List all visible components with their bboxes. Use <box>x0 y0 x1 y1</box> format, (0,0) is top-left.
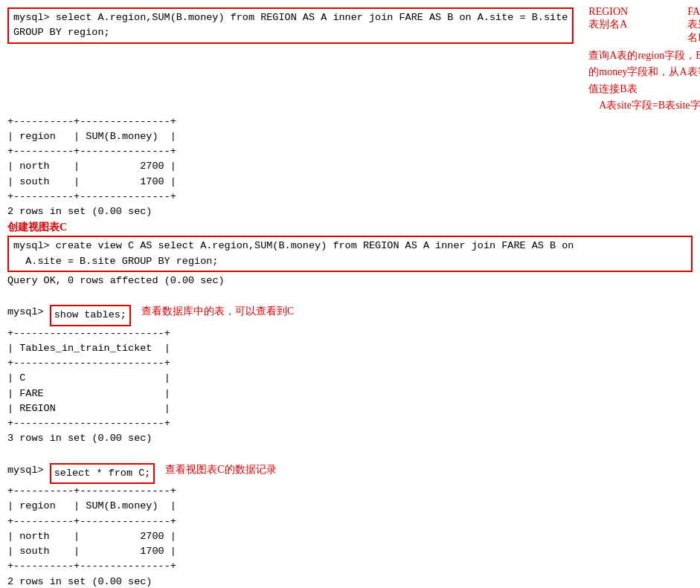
create-view-label-text: 创建视图表C <box>7 222 67 233</box>
query1-cmd-line2: GROUP BY region; <box>13 25 568 40</box>
prompt3: mysql> <box>7 305 50 320</box>
select-c-cmd-box: select * from C; <box>50 463 155 484</box>
query1-box: mysql> select A.region,SUM(B.money) from… <box>7 7 574 44</box>
select-c-cmd: select * from C; <box>54 468 151 479</box>
blank2 <box>7 448 693 463</box>
show-tables-cmd-box: show tables; <box>50 305 131 326</box>
query1-table: +----------+---------------+ | region | … <box>7 114 693 205</box>
show-tables-table: +-------------------------+ | Tables_in_… <box>7 326 693 432</box>
query1-cmd-line1: select A.region,SUM(B.money) from REGION… <box>56 12 568 23</box>
section-show-tables: mysql> show tables; 查看数据库中的表，可以查看到C +---… <box>7 305 693 446</box>
annot-fare-alias: FARE表别名B <box>687 6 700 45</box>
annot-query1-desc: 查询A表的region字段，B表的money字段和，从A表等值连接B表 A表si… <box>588 48 700 114</box>
create-view-result: Query OK, 0 rows affected (0.00 sec) <box>7 274 693 288</box>
select-c-table: +----------+---------------+ | region | … <box>7 484 693 575</box>
prompt2: mysql> <box>13 240 56 251</box>
create-view-label: 创建视图表C <box>7 221 693 234</box>
blank1 <box>7 290 693 305</box>
select-c-annotation: 查看视图表C的数据记录 <box>165 463 276 476</box>
query1-result: 2 rows in set (0.00 sec) <box>7 204 693 219</box>
create-view-box: mysql> create view C AS select A.region,… <box>7 236 693 272</box>
show-tables-annotation: 查看数据库中的表，可以查看到C <box>141 305 294 318</box>
section-select-c: mysql> select * from C; 查看视图表C的数据记录 +---… <box>7 463 693 588</box>
section-query1: mysql> select A.region,SUM(B.money) from… <box>7 6 693 219</box>
create-view-cmd2: A.site = B.site GROUP BY region; <box>13 254 687 269</box>
show-tables-cmd: show tables; <box>54 309 126 320</box>
show-tables-row: mysql> show tables; 查看数据库中的表，可以查看到C <box>7 305 693 326</box>
create-view-cmd1: create view C AS select A.region,SUM(B.m… <box>56 240 574 251</box>
terminal-window: mysql> select A.region,SUM(B.money) from… <box>0 0 700 588</box>
prompt1: mysql> <box>13 12 56 23</box>
show-tables-result: 3 rows in set (0.00 sec) <box>7 431 693 446</box>
section-create-view: mysql> create view C AS select A.region,… <box>7 236 693 288</box>
query1-row: mysql> select A.region,SUM(B.money) from… <box>7 6 693 114</box>
prompt4: mysql> <box>7 463 50 478</box>
select-c-row: mysql> select * from C; 查看视图表C的数据记录 <box>7 463 693 484</box>
select-c-result: 2 rows in set (0.00 sec) <box>7 575 693 588</box>
query1-annotation: REGION表别名A FARE表别名B 查询A表的region字段，B表的mon… <box>588 6 700 114</box>
query1-block: mysql> select A.region,SUM(B.money) from… <box>7 6 574 45</box>
annot-region-alias: REGION表别名A <box>588 6 628 45</box>
